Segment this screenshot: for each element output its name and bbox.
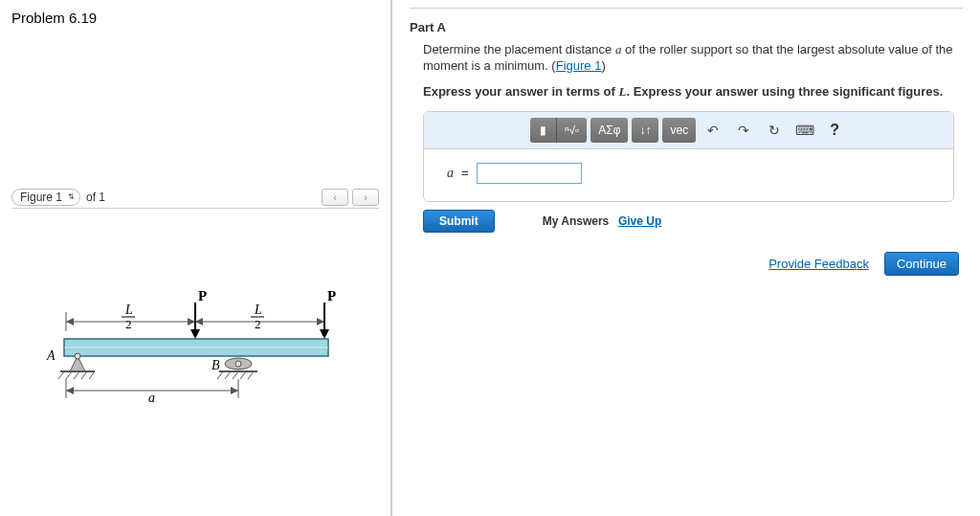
keyboard-button[interactable]: ⌨ xyxy=(791,118,818,143)
figure-count: of 1 xyxy=(86,191,105,204)
svg-point-24 xyxy=(75,353,80,359)
templates-button[interactable]: ▮ xyxy=(530,118,557,143)
vec-button[interactable]: vec xyxy=(662,118,696,143)
svg-point-33 xyxy=(235,361,241,367)
svg-marker-7 xyxy=(195,318,203,325)
figure-select[interactable]: Figure 1 xyxy=(11,189,80,206)
help-button[interactable]: ? xyxy=(822,122,847,139)
figure-prev-button[interactable]: ‹ xyxy=(322,189,348,206)
svg-text:a: a xyxy=(148,391,155,405)
svg-marker-5 xyxy=(66,318,74,325)
svg-line-26 xyxy=(58,371,64,379)
figure-next-button[interactable]: › xyxy=(352,189,379,206)
svg-text:A: A xyxy=(46,348,56,363)
svg-text:L: L xyxy=(254,303,262,317)
svg-text:P: P xyxy=(327,288,336,303)
svg-text:B: B xyxy=(212,358,220,372)
radical-button[interactable]: ⁿ√▫ xyxy=(557,118,587,143)
answer-box: ▮ ⁿ√▫ ΑΣφ ↓↑ vec ↶ ↷ ↻ ⌨ xyxy=(423,111,954,202)
submit-button[interactable]: Submit xyxy=(423,210,495,233)
answer-var-label: a xyxy=(447,166,454,181)
svg-line-38 xyxy=(240,371,246,379)
svg-text:L: L xyxy=(124,303,133,317)
svg-marker-6 xyxy=(188,318,195,325)
svg-line-27 xyxy=(66,371,72,379)
problem-title: Problem 6.19 xyxy=(11,10,379,26)
svg-marker-17 xyxy=(190,329,200,339)
undo-button[interactable]: ↶ xyxy=(700,118,726,143)
subscript-button[interactable]: ↓↑ xyxy=(632,118,658,143)
greek-button[interactable]: ΑΣφ xyxy=(590,118,628,143)
part-title: Part A xyxy=(410,20,963,34)
reset-button[interactable]: ↻ xyxy=(761,118,788,143)
svg-marker-20 xyxy=(320,329,329,339)
redo-button[interactable]: ↷ xyxy=(730,118,757,143)
svg-text:2: 2 xyxy=(255,317,261,331)
instruction-text: Express your answer in terms of L. Expre… xyxy=(423,84,963,100)
prompt-text: Determine the placement distance a of th… xyxy=(423,42,963,75)
svg-text:2: 2 xyxy=(125,317,132,331)
svg-line-30 xyxy=(89,371,95,379)
svg-line-37 xyxy=(233,371,238,379)
svg-line-29 xyxy=(81,371,87,379)
svg-line-28 xyxy=(74,371,79,379)
svg-line-36 xyxy=(225,371,231,379)
give-up-link[interactable]: Give Up xyxy=(618,214,661,228)
svg-marker-8 xyxy=(317,318,324,325)
figure-image: L 2 L 2 P P xyxy=(11,209,379,505)
figure-link[interactable]: Figure 1 xyxy=(556,58,602,73)
my-answers-label: My Answers xyxy=(543,214,610,228)
figure-header: Figure 1 of 1 ‹ › xyxy=(11,189,379,209)
equation-toolbar: ▮ ⁿ√▫ ΑΣφ ↓↑ vec ↶ ↷ ↻ ⌨ xyxy=(424,112,953,149)
continue-button[interactable]: Continue xyxy=(884,252,959,276)
svg-text:P: P xyxy=(198,288,207,303)
answer-input[interactable] xyxy=(477,163,582,184)
svg-marker-45 xyxy=(231,387,238,394)
divider xyxy=(410,8,963,9)
svg-line-35 xyxy=(217,371,223,379)
equals-label: = xyxy=(461,166,469,180)
provide-feedback-link[interactable]: Provide Feedback xyxy=(768,257,869,271)
svg-line-39 xyxy=(248,371,254,379)
svg-marker-44 xyxy=(66,387,74,394)
